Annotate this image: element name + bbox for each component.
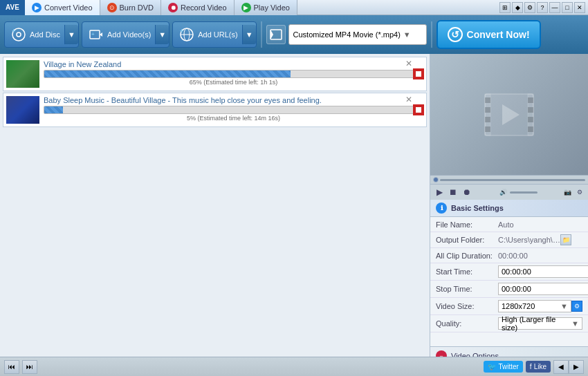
window-btn-grid[interactable]: ⊞	[499, 2, 511, 13]
add-url-dropdown-arrow[interactable]: ▼	[242, 25, 256, 44]
quality-select[interactable]: High (Larger file size) ▼	[498, 317, 582, 330]
settings-row-filename: File Name: Auto	[430, 217, 588, 232]
settings-label-starttime: Start Time:	[436, 267, 498, 276]
preview-timeline[interactable]	[440, 179, 585, 181]
start-time-input[interactable]	[498, 265, 588, 278]
settings-label-duration: All Clip Duration:	[436, 252, 498, 260]
convert-now-icon: ↺	[448, 27, 463, 42]
right-panel: ▶ ⏹ ⏺ 🔊 📷 ⚙ ℹ Basic Settings File Name: …	[430, 54, 588, 357]
settings-panel: ℹ Basic Settings File Name: Auto Output …	[430, 200, 588, 357]
volume-slider[interactable]	[510, 191, 538, 194]
main-content: Village in New Zealand 65% (Estimated ti…	[0, 54, 588, 357]
file-close-2[interactable]: ✕	[405, 95, 412, 104]
preview-area	[430, 54, 588, 175]
progress-bar-1	[44, 70, 423, 78]
svg-rect-21	[528, 97, 533, 103]
settings-row-stoptime: Stop Time:	[430, 281, 588, 298]
file-close-1[interactable]: ✕	[405, 59, 412, 68]
quality-arrow: ▼	[571, 319, 579, 328]
twitter-button[interactable]: 🐦 Twitter	[484, 361, 522, 373]
tab-convert-video[interactable]: ▶ Convert Video	[25, 0, 100, 15]
format-selector[interactable]: Customized MP4 Movie (*.mp4) ▼	[288, 24, 427, 45]
nav-prev-button[interactable]: ◀	[553, 360, 569, 374]
status-nav: ◀ ▶	[553, 360, 584, 374]
add-video-icon: +	[88, 26, 104, 43]
settings-row-quality: Quality: High (Larger file size) ▼	[430, 315, 588, 332]
settings-value-duration: 00:00:00	[498, 252, 582, 260]
add-video-dropdown-arrow[interactable]: ▼	[155, 25, 169, 44]
toolbar-separator-1	[261, 21, 262, 48]
convert-now-button[interactable]: ↺ Convert Now!	[437, 20, 541, 49]
file-thumb-1	[6, 60, 39, 88]
add-disc-button[interactable]: + Add Disc ▼	[4, 21, 79, 48]
file-info-2: Baby Sleep Music - Beautiful Village - T…	[44, 96, 423, 122]
fb-icon: f	[530, 363, 532, 370]
preview-stop-button[interactable]: ⏹	[447, 186, 459, 198]
file-stop-2[interactable]	[413, 104, 424, 115]
tab-burn-dvd[interactable]: ⊙ Burn DVD	[100, 0, 162, 15]
twitter-label: Twitter	[498, 363, 518, 370]
svg-marker-11	[270, 30, 273, 39]
window-btn-maximize[interactable]: □	[562, 2, 573, 13]
settings-label-output: Output Folder:	[436, 236, 498, 244]
record-video-tab-icon: ⏺	[168, 3, 178, 12]
stop-time-input[interactable]	[498, 283, 588, 295]
format-icon	[266, 25, 286, 44]
browse-folder-button[interactable]: 📁	[560, 234, 571, 245]
facebook-like-button[interactable]: f Like	[526, 361, 551, 373]
add-url-button[interactable]: + Add URL(s) ▼	[172, 21, 256, 48]
svg-text:+: +	[180, 28, 183, 35]
window-btn-gear[interactable]: ⚙	[524, 2, 535, 13]
status-next-button[interactable]: ⏭	[22, 360, 37, 374]
preview-volume-icon[interactable]: 🔊	[497, 187, 508, 198]
burn-dvd-tab-icon: ⊙	[107, 3, 117, 12]
preview-position-dot	[433, 177, 439, 182]
nav-next-button[interactable]: ▶	[569, 360, 584, 374]
svg-rect-23	[528, 117, 533, 122]
preview-settings-icon[interactable]: ⚙	[574, 187, 585, 198]
svg-rect-18	[485, 107, 490, 113]
file-name-2: Baby Sleep Music - Beautiful Village - T…	[44, 96, 423, 104]
add-video-label: Add Video(s)	[107, 30, 151, 39]
status-prev-button[interactable]: ⏮	[4, 360, 19, 374]
window-btn-help[interactable]: ?	[537, 2, 548, 13]
window-btn-diamond[interactable]: ◆	[512, 2, 523, 13]
title-bar: AVE ▶ Convert Video ⊙ Burn DVD ⏺ Record …	[0, 0, 588, 15]
window-btn-minimize[interactable]: —	[549, 2, 560, 13]
video-size-arrow: ▼	[560, 302, 568, 310]
add-disc-icon: +	[10, 26, 27, 43]
add-disc-dropdown-arrow[interactable]: ▼	[64, 25, 78, 44]
svg-point-1	[17, 32, 21, 37]
add-video-button[interactable]: + Add Video(s) ▼	[82, 21, 169, 48]
format-dropdown-arrow: ▼	[403, 30, 411, 39]
file-list: Village in New Zealand 65% (Estimated ti…	[0, 54, 430, 357]
tab-record-video[interactable]: ⏺ Record Video	[161, 0, 234, 15]
window-btn-close[interactable]: ✕	[574, 2, 585, 13]
add-url-label: Add URL(s)	[198, 30, 237, 39]
video-size-select[interactable]: 1280x720 ▼	[498, 300, 571, 312]
progress-text-1: 65% (Estimated time left: 1h 1s)	[44, 79, 423, 86]
progress-text-2: 5% (Estimated time left: 14m 16s)	[44, 115, 423, 122]
tab-burn-dvd-label: Burn DVD	[120, 3, 154, 12]
settings-header-icon: ℹ	[436, 203, 447, 214]
tab-play-video-label: Play Video	[254, 3, 290, 12]
video-options-button[interactable]: − Video Options	[430, 346, 588, 357]
file-stop-1[interactable]	[413, 68, 424, 79]
preview-snapshot-icon[interactable]: 📷	[562, 187, 573, 198]
video-options-label: Video Options	[451, 352, 499, 357]
settings-label-quality: Quality:	[436, 319, 498, 328]
video-size-settings-button[interactable]: ⚙	[571, 301, 582, 312]
toolbar-separator-2	[431, 21, 432, 48]
tab-convert-video-label: Convert Video	[44, 3, 93, 12]
quality-value: High (Larger file size)	[502, 315, 571, 332]
play-video-tab-icon: ▶	[241, 3, 251, 12]
tab-play-video[interactable]: ▶ Play Video	[235, 0, 297, 15]
preview-play-button[interactable]: ▶	[433, 186, 445, 198]
window-controls: ⊞ ◆ ⚙ ? — □ ✕	[497, 2, 588, 13]
preview-controls: ▶ ⏹ ⏺ 🔊 📷 ⚙	[430, 184, 588, 200]
progress-fill-1	[44, 70, 291, 77]
preview-record-button[interactable]: ⏺	[461, 186, 473, 198]
tab-record-video-label: Record Video	[181, 3, 226, 12]
add-url-icon: +	[178, 26, 195, 43]
file-item-1: Village in New Zealand 65% (Estimated ti…	[3, 57, 427, 91]
